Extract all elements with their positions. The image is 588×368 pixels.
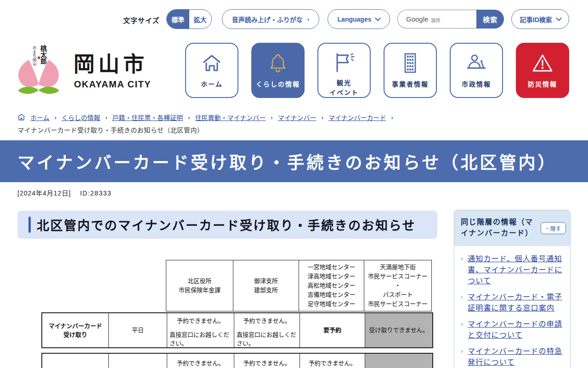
flag-icon — [333, 49, 356, 75]
related-links-header: 同じ階層の情報（マイナンバーカード） − 隠す — [454, 210, 570, 246]
table-row: 予約できません。 予約できません。 予約できません。 — [41, 353, 433, 368]
list-item: ›通知カード、個人番号通知書、マイナンバーカードについて — [461, 253, 565, 287]
table-cell: 要予約 — [300, 313, 365, 347]
table-cell: 予約できません。 直接窓口にお越しください。 — [234, 313, 300, 347]
font-size-large-button[interactable]: 拡大 — [189, 10, 212, 29]
section-heading: 北区管内でのマイナンバーカード受け取り・手続きのお知らせ — [17, 211, 437, 239]
google-logo: Google — [406, 15, 428, 23]
site-search: Google 提供 検索 — [397, 10, 504, 29]
chevron-right-icon: › — [307, 16, 309, 23]
row-label-cell: マイナンバーカード 受け取り — [42, 313, 109, 347]
chevron-right-icon: › — [188, 114, 190, 121]
related-links-list: ›通知カード、個人番号通知書、マイナンバーカードについて ›マイナンバーカード・… — [454, 246, 570, 368]
article-meta: [2024年4月12日] ID:28333 — [17, 188, 112, 197]
page-title: マイナンバーカード受け取り・手続きのお知らせ（北区管内） — [0, 149, 557, 174]
article-date: [2024年4月12日] — [17, 190, 71, 197]
chevron-down-icon — [375, 15, 381, 21]
table-cell: 予約できません。 — [234, 354, 300, 368]
list-item: ›マイナンバーカードの特急発行について — [461, 346, 565, 368]
chevron-right-icon: › — [461, 319, 464, 329]
nav-city-government[interactable]: 市政情報 — [450, 43, 503, 98]
row-label-cell — [42, 354, 109, 368]
article-id-search-button[interactable]: 記事ID検索 — [511, 9, 569, 29]
hide-button[interactable]: − 隠す — [541, 222, 566, 234]
table-cell-unavailable — [365, 354, 432, 368]
nav-business-info[interactable]: 事業者情報 — [384, 43, 437, 98]
warning-icon — [531, 49, 554, 77]
city-logo[interactable]: 桃太郎 のまち岡山 岡山市 OKAYAMA CITY — [17, 44, 164, 96]
table-header-cell: 天満屋地下街 市民サービスコーナー ・ パスポート 市民サービスコーナー — [364, 260, 432, 311]
breadcrumb: ホーム › くらしの情報 › 戸籍・住民票・各種証明 › 住民異動・マイナンバー… — [17, 113, 393, 122]
list-item: ›マイナンバーカードの申請と交付について — [461, 319, 565, 341]
breadcrumb-link[interactable]: マイナンバー — [278, 113, 317, 122]
page-title-banner: マイナンバーカード受け取り・手続きのお知らせ（北区管内） — [0, 140, 588, 182]
breadcrumb-link[interactable]: 住民異動・マイナンバー — [195, 113, 266, 122]
minus-icon: − — [545, 225, 548, 231]
breadcrumb-link[interactable]: くらしの情報 — [62, 113, 100, 122]
city-name: 岡山市 — [74, 47, 148, 77]
chevron-right-icon: › — [105, 114, 107, 121]
languages-button[interactable]: Languages — [328, 9, 390, 29]
breadcrumb-current: マイナンバーカード受け取り・手続きのお知らせ（北区管内） — [17, 125, 204, 134]
list-item: ›マイナンバーカード・電子証明書に関する窓口案内 — [461, 292, 565, 314]
clerk-desk-icon — [465, 49, 488, 77]
chevron-right-icon: › — [391, 114, 393, 121]
building-icon — [401, 49, 420, 77]
nav-home[interactable]: ホーム — [185, 43, 238, 98]
table-header-cell: 一宮地域センター 津高地域センター 高松地域センター 吉備地域センター 足守地域… — [299, 260, 364, 311]
table-cell: 予約できません。 — [167, 354, 234, 368]
city-name-en: OKAYAMA CITY — [74, 79, 151, 90]
peach-logo-icon — [17, 58, 60, 96]
nav-living-info[interactable]: くらしの情報 — [251, 43, 305, 98]
day-cell — [109, 354, 167, 368]
related-link[interactable]: 通知カード、個人番号通知書、マイナンバーカードについて — [468, 255, 562, 285]
table-row: マイナンバーカード 受け取り 平日 予約できません。 直接窓口にお越しください。… — [41, 312, 433, 348]
related-link[interactable]: マイナンバーカードの特急発行について — [468, 347, 562, 366]
home-icon — [201, 49, 222, 77]
table-header-cell: 御津支所 建部支所 — [233, 260, 299, 311]
okayama-city-page: 文字サイズ 標準 拡大 音声読み上げ・ふりがな › Languages Goog… — [0, 0, 588, 368]
logo-tagline-city: のまち岡山 — [32, 46, 36, 66]
nav-disaster-info[interactable]: 防災情報 — [516, 43, 569, 98]
chevron-right-icon: › — [321, 114, 323, 121]
table-header-cell: 北区役所 市民保険年金課 — [166, 260, 233, 311]
related-links-panel: 同じ階層の情報（マイナンバーカード） − 隠す ›通知カード、個人番号通知書、マ… — [454, 210, 571, 368]
chevron-right-icon: › — [55, 114, 57, 121]
chevron-right-icon: › — [461, 346, 464, 356]
related-link[interactable]: マイナンバーカードの申請と交付について — [468, 320, 562, 339]
chevron-right-icon: › — [461, 254, 464, 264]
search-input[interactable]: Google 提供 — [397, 10, 476, 29]
speech-reading-button[interactable]: 音声読み上げ・ふりがな › — [222, 9, 319, 29]
chevron-down-icon — [556, 15, 562, 21]
table-header-row: 北区役所 市民保険年金課 御津支所 建部支所 一宮地域センター 津高地域センター… — [41, 260, 432, 311]
logo-tagline-momotaro: 桃太郎 — [40, 45, 47, 64]
logo-red-dot — [38, 57, 40, 59]
table-cell: 予約できません。 — [300, 354, 365, 368]
font-size-label: 文字サイズ — [123, 15, 160, 25]
nav-tourism-events[interactable]: 観光 イベント — [317, 43, 371, 98]
related-links-title: 同じ階層の情報（マイナンバーカード） — [461, 217, 536, 239]
breadcrumb-link[interactable]: マイナンバーカード — [328, 113, 386, 122]
table-cell-unavailable: 受け取りできません。 — [365, 313, 432, 347]
chevron-right-icon: › — [271, 114, 272, 121]
breadcrumb-link[interactable]: 戸籍・住民票・各種証明 — [112, 113, 183, 122]
section-accent-bar — [28, 217, 31, 233]
chevron-right-icon: › — [461, 292, 464, 302]
breadcrumb-home[interactable]: ホーム — [30, 113, 50, 122]
font-size-standard-button[interactable]: 標準 — [167, 10, 189, 29]
search-button[interactable]: 検索 — [476, 10, 504, 29]
article-id: ID:28333 — [80, 190, 112, 197]
font-size-toggle: 標準 拡大 — [166, 9, 212, 29]
related-link[interactable]: マイナンバーカード・電子証明書に関する窓口案内 — [468, 293, 562, 312]
table-cell: 予約できません。 直接窓口にお越しください。 — [167, 313, 234, 347]
home-icon — [17, 114, 25, 121]
day-cell: 平日 — [109, 313, 167, 347]
bell-icon — [268, 49, 288, 77]
